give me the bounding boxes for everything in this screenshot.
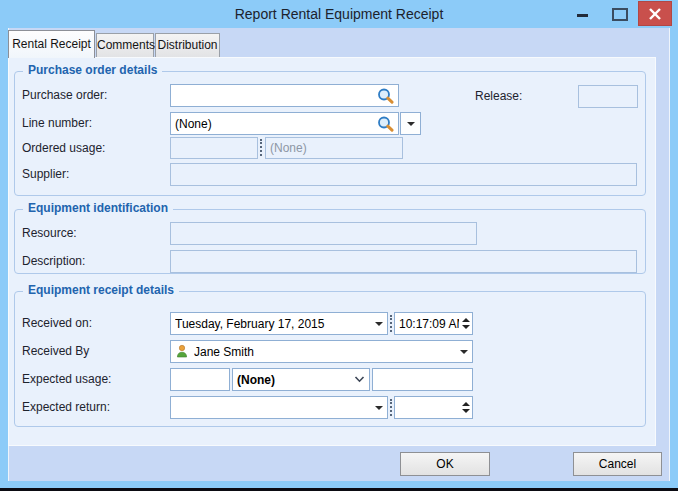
supplier-label: Supplier: bbox=[22, 163, 69, 186]
maximize-icon[interactable] bbox=[612, 8, 628, 21]
field-separator-dots bbox=[260, 139, 262, 156]
received-on-time-value: 10:17:09 AM bbox=[399, 317, 459, 331]
supplier-input bbox=[170, 163, 637, 186]
received-by-value: Jane Smith bbox=[194, 345, 456, 359]
expected-return-time-spinner[interactable] bbox=[394, 396, 473, 419]
cancel-button[interactable]: Cancel bbox=[573, 452, 662, 476]
spin-up-icon[interactable] bbox=[462, 318, 470, 322]
expected-return-label: Expected return: bbox=[22, 396, 110, 419]
received-on-date-value: Tuesday, February 17, 2015 bbox=[175, 317, 371, 331]
expected-usage-quantity-input[interactable] bbox=[372, 368, 473, 391]
received-on-time-spinner[interactable]: 10:17:09 AM bbox=[394, 312, 473, 335]
ordered-usage-unit-input: (None) bbox=[265, 137, 403, 159]
expected-usage-label: Expected usage: bbox=[22, 368, 111, 391]
group-title: Purchase order details bbox=[23, 63, 162, 77]
ordered-usage-label: Ordered usage: bbox=[22, 137, 105, 160]
tab-rental-receipt[interactable]: Rental Receipt bbox=[8, 30, 95, 58]
spin-down-icon[interactable] bbox=[462, 325, 470, 329]
group-title: Equipment identification bbox=[23, 201, 173, 215]
received-by-combo[interactable]: Jane Smith bbox=[170, 340, 473, 363]
minimize-icon[interactable] bbox=[577, 14, 588, 17]
chevron-down-icon bbox=[407, 122, 415, 126]
expected-usage-unit-value: (None) bbox=[237, 373, 354, 387]
tab-comments[interactable]: Comments bbox=[96, 33, 154, 57]
search-icon[interactable] bbox=[376, 87, 394, 105]
line-number-label: Line number: bbox=[22, 112, 92, 135]
purchase-order-input[interactable] bbox=[170, 84, 399, 107]
release-label: Release: bbox=[475, 85, 522, 108]
ok-button[interactable]: OK bbox=[400, 452, 490, 476]
time-spin-buttons[interactable] bbox=[462, 318, 470, 329]
expected-usage-unit-combo[interactable]: (None) bbox=[232, 368, 370, 391]
group-title: Equipment receipt details bbox=[23, 283, 179, 297]
time-spin-buttons[interactable] bbox=[462, 402, 470, 413]
received-on-label: Received on: bbox=[22, 312, 92, 335]
dialog-window: Report Rental Equipment Receipt Rental R… bbox=[0, 0, 678, 491]
chevron-down-icon[interactable] bbox=[354, 376, 365, 383]
line-number-combo[interactable]: (None) bbox=[170, 112, 399, 135]
resource-input bbox=[170, 222, 477, 245]
resource-label: Resource: bbox=[22, 222, 77, 245]
release-input bbox=[578, 85, 638, 108]
ordered-usage-input bbox=[170, 137, 258, 159]
expected-usage-input[interactable] bbox=[170, 368, 230, 391]
spin-down-icon[interactable] bbox=[462, 409, 470, 413]
field-separator-dots bbox=[390, 399, 392, 416]
titlebar: Report Rental Equipment Receipt bbox=[0, 0, 678, 28]
chevron-down-icon[interactable] bbox=[460, 350, 468, 354]
spin-up-icon[interactable] bbox=[462, 402, 470, 406]
line-number-value: (None) bbox=[175, 117, 372, 131]
description-label: Description: bbox=[22, 250, 85, 273]
description-input bbox=[170, 250, 637, 273]
person-icon bbox=[175, 344, 189, 359]
close-button[interactable] bbox=[638, 1, 672, 26]
purchase-order-label: Purchase order: bbox=[22, 84, 107, 107]
received-on-date-picker[interactable]: Tuesday, February 17, 2015 bbox=[170, 312, 388, 335]
received-by-label: Received By bbox=[22, 340, 89, 363]
tab-distribution[interactable]: Distribution bbox=[155, 33, 220, 57]
search-icon[interactable] bbox=[376, 115, 394, 133]
close-icon bbox=[648, 8, 662, 20]
chevron-down-icon[interactable] bbox=[375, 322, 383, 326]
line-number-dropdown-button[interactable] bbox=[400, 112, 421, 135]
chevron-down-icon[interactable] bbox=[375, 406, 383, 410]
ordered-usage-unit-value: (None) bbox=[270, 141, 398, 155]
expected-return-date-picker[interactable] bbox=[170, 396, 388, 419]
field-separator-dots bbox=[390, 315, 392, 332]
